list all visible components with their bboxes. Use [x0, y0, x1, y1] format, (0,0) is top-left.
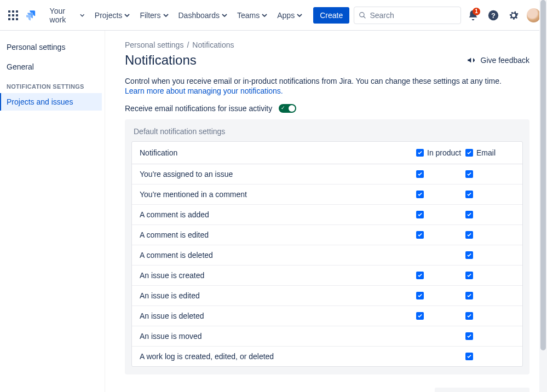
email-checkbox[interactable]	[465, 332, 473, 340]
sidebar-link-projects-issues[interactable]: Projects and issues	[0, 93, 102, 111]
svg-rect-7	[12, 18, 14, 20]
default-notification-panel: Default notification settings Notificati…	[125, 119, 529, 374]
email-checkbox[interactable]	[465, 292, 473, 299]
table-row: An issue is moved	[132, 326, 522, 347]
nav-item-teams[interactable]: Teams	[233, 8, 272, 23]
in-product-checkbox[interactable]	[416, 231, 424, 239]
email-checkbox[interactable]	[465, 191, 473, 198]
table-row: A work log is created, edited, or delete…	[132, 347, 522, 366]
svg-point-9	[360, 12, 364, 16]
in-product-checkbox[interactable]	[416, 272, 424, 279]
in-product-checkbox[interactable]	[416, 353, 424, 360]
col-in-product-label: In product	[427, 148, 461, 157]
email-checkbox[interactable]	[465, 211, 473, 218]
chevron-down-icon	[163, 13, 169, 18]
megaphone-icon	[467, 55, 476, 65]
add-project-notifications-button[interactable]: Add project notifications	[435, 388, 529, 392]
col-email-label: Email	[476, 148, 496, 157]
table-row: A comment is added	[132, 205, 522, 225]
in-product-checkbox[interactable]	[416, 312, 424, 320]
row-in-product	[416, 170, 465, 178]
row-label: A work log is created, edited, or delete…	[140, 352, 416, 361]
table-row: You're mentioned in a comment	[132, 185, 522, 205]
nav-item-apps[interactable]: Apps	[273, 8, 307, 23]
row-email	[465, 312, 515, 320]
row-email	[465, 170, 515, 178]
chevron-down-icon	[222, 13, 227, 18]
email-checkbox[interactable]	[465, 353, 473, 360]
col-email: Email	[465, 148, 515, 157]
nav-item-dashboards[interactable]: Dashboards	[174, 8, 232, 23]
col-in-product: In product	[416, 148, 465, 157]
row-email	[465, 272, 515, 279]
nav-item-your-work[interactable]: Your work	[45, 3, 89, 27]
email-checkbox[interactable]	[465, 231, 473, 239]
sidebar-title: Personal settings	[3, 41, 102, 58]
app-switcher-icon[interactable]	[4, 7, 21, 24]
svg-rect-3	[8, 14, 10, 16]
email-checkbox[interactable]	[465, 170, 473, 178]
in-product-checkbox[interactable]	[416, 332, 424, 340]
svg-rect-1	[12, 10, 14, 13]
nav-item-filters[interactable]: Filters	[135, 8, 172, 23]
chevron-down-icon	[124, 13, 130, 18]
row-in-product	[416, 312, 465, 320]
breadcrumb-personal-settings[interactable]: Personal settings	[125, 41, 183, 49]
svg-line-10	[364, 16, 366, 18]
email-toggle[interactable]: ✓	[279, 104, 296, 113]
in-product-checkbox[interactable]	[416, 251, 424, 259]
vertical-scrollbar[interactable]	[539, 0, 547, 392]
row-in-product	[416, 211, 465, 218]
row-in-product	[416, 332, 465, 340]
row-in-product	[416, 272, 465, 279]
nav-item-projects[interactable]: Projects	[90, 8, 135, 23]
jira-logo-icon[interactable]	[25, 8, 39, 23]
create-button[interactable]: Create	[313, 7, 349, 24]
nav-item-label: Projects	[95, 11, 123, 20]
in-product-checkbox[interactable]	[416, 191, 424, 198]
settings-icon[interactable]	[505, 7, 522, 24]
row-email	[465, 292, 515, 299]
svg-rect-8	[16, 18, 18, 20]
notifications-icon[interactable]: 1	[464, 7, 481, 24]
main-content: Personal settings / Notifications Notifi…	[105, 31, 547, 392]
top-navigation: Your workProjectsFiltersDashboardsTeamsA…	[0, 0, 547, 31]
search-box[interactable]	[354, 7, 461, 24]
search-input[interactable]	[370, 11, 456, 20]
sidebar-link-general[interactable]: General	[3, 58, 102, 76]
give-feedback-button[interactable]: Give feedback	[467, 55, 530, 65]
row-label: An issue is edited	[140, 291, 416, 300]
svg-rect-4	[12, 14, 14, 16]
learn-more-link[interactable]: Learn more about managing your notificat…	[125, 87, 283, 95]
scrollbar-thumb[interactable]	[540, 0, 546, 350]
row-in-product	[416, 292, 465, 299]
in-product-checkbox[interactable]	[416, 211, 424, 218]
row-label: An issue is deleted	[140, 312, 416, 320]
sidebar-section-notification-settings: NOTIFICATION SETTINGS	[3, 76, 102, 93]
svg-rect-5	[16, 14, 18, 16]
row-label: You're assigned to an issue	[140, 170, 416, 178]
in-product-checkbox[interactable]	[416, 292, 424, 299]
row-email	[465, 332, 515, 340]
row-in-product	[416, 191, 465, 198]
row-label: An issue is moved	[140, 332, 416, 341]
email-checkbox[interactable]	[465, 272, 473, 279]
email-checkbox[interactable]	[465, 251, 473, 259]
svg-rect-0	[8, 10, 10, 13]
nav-item-label: Apps	[277, 11, 295, 20]
toggle-check-icon: ✓	[281, 105, 285, 111]
page-title: Notifications	[125, 53, 197, 68]
in-product-checkbox[interactable]	[416, 170, 424, 178]
email-header-checkbox[interactable]	[465, 149, 473, 157]
email-checkbox[interactable]	[465, 312, 473, 320]
breadcrumb: Personal settings / Notifications	[125, 41, 529, 49]
row-email	[465, 191, 515, 198]
in-product-header-checkbox[interactable]	[416, 149, 424, 157]
row-email	[465, 251, 515, 259]
avatar[interactable]	[527, 8, 540, 22]
help-icon[interactable]: ?	[485, 7, 502, 24]
row-email	[465, 211, 515, 218]
nav-item-label: Dashboards	[179, 11, 220, 20]
table-row: An issue is deleted	[132, 306, 522, 326]
svg-text:?: ?	[491, 11, 496, 19]
